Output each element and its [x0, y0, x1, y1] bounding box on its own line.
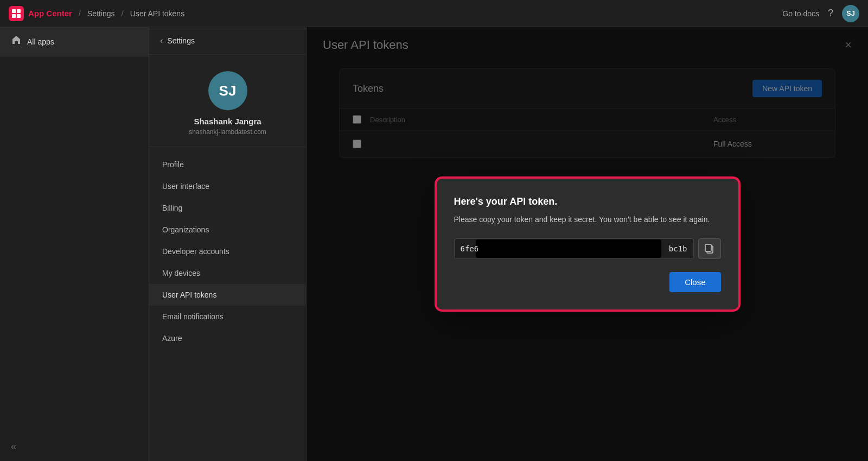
modal-footer: Close — [454, 272, 721, 292]
breadcrumb-separator: / — [79, 9, 81, 18]
modal-overlay: Here's your API token. Please copy your … — [307, 27, 868, 461]
svg-rect-5 — [705, 244, 711, 251]
modal-title: Here's your API token. — [454, 196, 721, 207]
user-profile-section: SJ Shashank Jangra shashankj-lambdatest.… — [149, 55, 306, 147]
copy-token-button[interactable] — [698, 238, 721, 259]
sidebar-collapse[interactable]: « — [0, 432, 149, 461]
all-apps-sidebar: All apps « — [0, 27, 149, 461]
modal-description: Please copy your token and keep it secre… — [454, 214, 721, 225]
sidebar-item-billing[interactable]: Billing — [149, 197, 306, 219]
settings-back-label: Settings — [167, 36, 195, 45]
breadcrumb-separator-2: / — [122, 9, 124, 18]
svg-rect-3 — [17, 14, 21, 18]
svg-rect-1 — [17, 9, 21, 13]
settings-back-button[interactable]: ‹ Settings — [149, 27, 306, 55]
home-icon — [11, 35, 22, 48]
main-layout: All apps « ‹ Settings SJ Shashank Jangra… — [0, 27, 868, 461]
go-to-docs-link[interactable]: Go to docs — [782, 9, 819, 18]
back-arrow-icon: ‹ — [160, 36, 163, 46]
api-token-modal: Here's your API token. Please copy your … — [436, 178, 739, 311]
sidebar-item-azure[interactable]: Azure — [149, 327, 306, 349]
content-area: User API tokens × Tokens New API token D… — [307, 27, 868, 461]
svg-rect-2 — [12, 14, 16, 18]
user-avatar-small[interactable]: SJ — [842, 5, 859, 22]
copy-icon — [704, 243, 715, 254]
user-name: Shashank Jangra — [194, 117, 261, 126]
sidebar-item-user-interface[interactable]: User interface — [149, 175, 306, 197]
content-wrapper: User API tokens × Tokens New API token D… — [307, 27, 868, 461]
collapse-icon[interactable]: « — [11, 441, 16, 452]
sidebar-item-profile[interactable]: Profile — [149, 154, 306, 175]
svg-rect-0 — [12, 9, 16, 13]
all-apps-nav-item[interactable]: All apps — [0, 27, 149, 56]
breadcrumb-settings[interactable]: Settings — [87, 9, 115, 18]
user-email: shashankj-lambdatest.com — [189, 128, 266, 136]
sidebar-item-user-api-tokens[interactable]: User API tokens — [149, 284, 306, 306]
user-avatar-large: SJ — [208, 71, 247, 110]
token-input-wrapper: 6fe6 bc1b — [454, 238, 694, 259]
help-icon[interactable]: ? — [828, 8, 833, 19]
token-input-row: 6fe6 bc1b — [454, 238, 721, 259]
app-logo-icon — [9, 6, 24, 21]
close-modal-button[interactable]: Close — [669, 272, 720, 292]
top-navigation: App Center / Settings / User API tokens … — [0, 0, 868, 27]
settings-sidebar: ‹ Settings SJ Shashank Jangra shashankj-… — [149, 27, 307, 461]
breadcrumb-current: User API tokens — [130, 9, 184, 18]
sidebar-item-developer-accounts[interactable]: Developer accounts — [149, 241, 306, 262]
token-input-field[interactable] — [454, 238, 694, 259]
sidebar-item-organizations[interactable]: Organizations — [149, 219, 306, 241]
topnav-right: Go to docs ? SJ — [782, 5, 859, 22]
settings-nav: Profile User interface Billing Organizat… — [149, 147, 306, 461]
all-apps-label: All apps — [27, 37, 54, 46]
sidebar-item-email-notifications[interactable]: Email notifications — [149, 306, 306, 327]
logo-area: App Center — [9, 6, 72, 21]
sidebar-item-my-devices[interactable]: My devices — [149, 262, 306, 284]
app-center-label[interactable]: App Center — [28, 9, 72, 18]
